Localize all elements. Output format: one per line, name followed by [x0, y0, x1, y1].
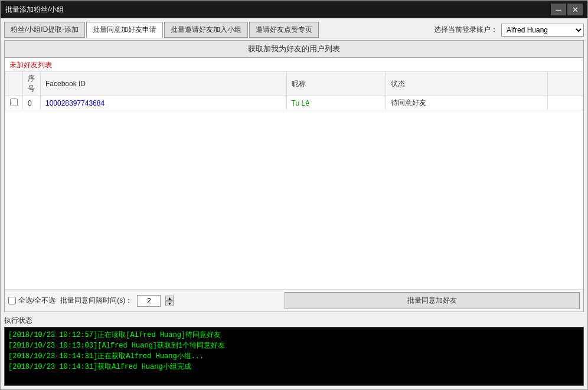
main-window: 批量添加粉丝/小组 ─ ✕ 粉丝/小组ID提取-添加 批量同意加好友申请 批量邀… — [0, 0, 588, 390]
tab-toolbar: 粉丝/小组ID提取-添加 批量同意加好友申请 批量邀请好友加入小组 邀请好友点赞… — [4, 22, 584, 38]
select-all-label[interactable]: 全选/全不选 — [8, 296, 55, 306]
minimize-button[interactable]: ─ — [551, 4, 566, 15]
main-panel: 获取加我为好友的用户列表 未加好友列表 序号 Facebook ID 昵称 状态 — [4, 40, 584, 312]
bottom-toolbar: 全选/全不选 批量同意间隔时间(s)： ▲ ▼ 批量同意加好友 — [5, 289, 583, 312]
col-seq: 序号 — [23, 72, 41, 96]
list-title: 未加好友列表 — [5, 58, 583, 71]
table-container[interactable]: 序号 Facebook ID 昵称 状态 0 100028397743684 T… — [5, 71, 583, 289]
row-checkbox[interactable] — [10, 99, 18, 106]
table-header-row: 序号 Facebook ID 昵称 状态 — [5, 72, 583, 96]
interval-label: 批量同意间隔时间(s)： — [60, 296, 132, 306]
account-select[interactable]: Alfred Huang — [501, 24, 584, 37]
row-extra — [547, 96, 583, 110]
table-row: 0 100028397743684 Tu Lê 待同意好友 — [5, 96, 583, 110]
batch-approve-button[interactable]: 批量同意加好友 — [285, 292, 580, 309]
content-area: 粉丝/小组ID提取-添加 批量同意加好友申请 批量邀请好友加入小组 邀请好友点赞… — [1, 18, 587, 389]
tab-fan-group-id[interactable]: 粉丝/小组ID提取-添加 — [4, 22, 85, 38]
window-title: 批量添加粉丝/小组 — [5, 5, 551, 15]
spinner-down[interactable]: ▼ — [165, 301, 174, 306]
friend-table: 序号 Facebook ID 昵称 状态 0 100028397743684 T… — [5, 71, 583, 110]
log-line: [2018/10/23 10:13:03][Alfred Huang]获取到1个… — [8, 340, 580, 351]
col-checkbox — [5, 72, 23, 96]
col-status: 状态 — [386, 72, 547, 96]
row-status: 待同意好友 — [386, 96, 547, 110]
account-section: 选择当前登录账户： Alfred Huang — [434, 24, 584, 37]
interval-input[interactable] — [137, 295, 161, 307]
row-checkbox-cell[interactable] — [5, 96, 23, 110]
panel-header: 获取加我为好友的用户列表 — [5, 41, 583, 58]
row-seq: 0 — [23, 96, 41, 110]
log-line: [2018/10/23 10:14:31]正在获取Alfred Huang小组.… — [8, 351, 580, 362]
col-facebook-id: Facebook ID — [41, 72, 287, 96]
title-bar-controls: ─ ✕ — [551, 4, 583, 15]
row-facebook-id: 100028397743684 — [41, 96, 287, 110]
log-line: [2018/10/23 10:12:57]正在读取[Alfred Huang]待… — [8, 330, 580, 340]
log-line: [2018/10/23 10:14:31]获取Alfred Huang小组完成 — [8, 362, 580, 372]
log-area[interactable]: [2018/10/23 10:12:57]正在读取[Alfred Huang]待… — [4, 327, 584, 386]
status-label: 执行状态 — [4, 314, 584, 327]
spinner-group: ▲ ▼ — [165, 296, 174, 306]
account-label: 选择当前登录账户： — [434, 25, 498, 35]
tab-batch-invite-group[interactable]: 批量邀请好友加入小组 — [164, 22, 248, 38]
select-all-checkbox[interactable] — [8, 297, 16, 304]
tab-invite-like-page[interactable]: 邀请好友点赞专页 — [249, 22, 319, 38]
col-extra — [547, 72, 583, 96]
col-nickname: 昵称 — [286, 72, 386, 96]
status-section: 执行状态 [2018/10/23 10:12:57]正在读取[Alfred Hu… — [4, 314, 584, 386]
title-bar: 批量添加粉丝/小组 ─ ✕ — [1, 1, 587, 18]
list-section: 未加好友列表 序号 Facebook ID 昵称 状态 — [5, 58, 583, 289]
tab-batch-approve[interactable]: 批量同意加好友申请 — [86, 22, 163, 38]
close-button[interactable]: ✕ — [567, 4, 583, 15]
row-nickname: Tu Lê — [286, 96, 386, 110]
spinner-up[interactable]: ▲ — [165, 296, 174, 301]
